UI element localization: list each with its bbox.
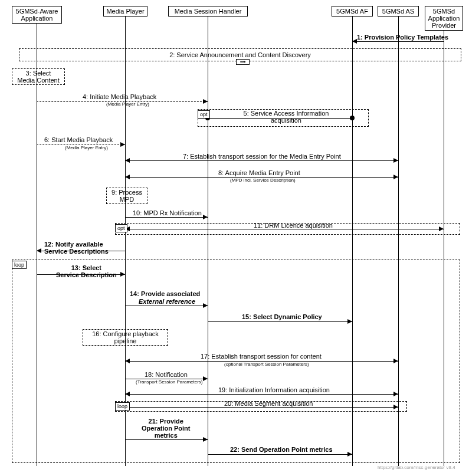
arrowhead-m1 — [352, 39, 357, 44]
opt-label-m11: opt — [115, 224, 127, 232]
arrowhead-m14 — [203, 303, 208, 308]
label-m2: 2: Service Announcement and Content Disc… — [169, 51, 311, 58]
arrowhead-m12 — [37, 248, 41, 253]
label-m1: 1: Provision Policy Templates — [357, 34, 448, 41]
label-m18: 18: Notification — [145, 371, 188, 378]
arrowhead-m19-l — [125, 392, 130, 396]
arrowhead-m6 — [120, 142, 125, 147]
participant-app: 5GMSd-Aware Application — [12, 6, 62, 24]
arrow-m11 — [125, 229, 444, 229]
arrowhead-m10 — [203, 215, 208, 219]
arrow-m10 — [125, 217, 208, 218]
arrowhead-m19-r — [393, 392, 398, 396]
label-m15: 15: Select Dynamic Policy — [242, 313, 322, 320]
label-m12: 12: Notify available Service Description… — [44, 241, 109, 255]
dot-m5-r — [350, 116, 355, 120]
arrow-m15 — [208, 321, 352, 322]
arrowhead-m7-l — [125, 158, 130, 163]
arrowhead-m8-l — [125, 175, 130, 179]
sublabel-m17: (optional Transport Session Parameters) — [224, 362, 309, 367]
arrowhead-m13 — [120, 272, 125, 277]
arrowhead-m17-r — [393, 359, 398, 363]
arrowhead-m17-l — [125, 359, 130, 363]
arrow-m19 — [125, 394, 398, 395]
label-m5: 5: Service Access Information acquisitio… — [233, 110, 339, 124]
box-m9: 9: Process MPD — [106, 188, 147, 204]
sublabel-m6: (Media Player Entry) — [65, 145, 108, 150]
arrowhead-m7-r — [393, 158, 398, 163]
label-m16: 16: Configure playback pipeline — [92, 330, 159, 344]
label-m3: 3: Select Media Content — [17, 70, 60, 84]
label-m8: 8: Acquire Media Entry Point — [218, 169, 300, 176]
arrow-m14 — [125, 306, 208, 306]
participant-app-provider-label: 5GMSd Application Provider — [428, 8, 460, 29]
opt-label-m5: opt — [198, 110, 210, 119]
arrow-m21 — [125, 439, 208, 440]
label-m4: 4: Initiate Media Playback — [83, 93, 156, 100]
arrowhead-m21 — [203, 437, 208, 442]
participant-as: 5GMSd AS — [378, 6, 419, 17]
arrowhead-m8-r — [393, 175, 398, 179]
participant-media-player: Media Player — [103, 6, 147, 17]
arrow-m1 — [352, 41, 444, 42]
label-m20: 20: Media Segment acquisition — [224, 400, 313, 407]
participant-media-player-label: Media Player — [106, 8, 144, 15]
arrow-m20 — [125, 407, 398, 408]
sublabel-m8: (MPD incl. Service Description) — [230, 178, 296, 183]
box-m16: 16: Configure playback pipeline — [83, 329, 168, 346]
arrowhead-m20-r — [393, 405, 398, 409]
participant-app-provider: 5GMSd Application Provider — [425, 6, 463, 31]
participant-msh: Media Session Handler — [168, 6, 248, 17]
label-m21: 21: Provide Operation Point metrics — [142, 418, 191, 439]
participant-as-label: 5GMSd AS — [382, 8, 414, 15]
sublabel-m4: (Media Player Entry) — [106, 101, 149, 107]
label-m14i: External reference — [139, 298, 195, 305]
sequence-diagram: 5GMSd-Aware Application Media Player Med… — [6, 6, 463, 470]
label-m7: 7: Establish transport session for the M… — [183, 153, 341, 160]
arrowhead-m4 — [203, 99, 208, 104]
ref-ellipsis-icon: ••• — [236, 59, 250, 65]
loop-label-m20: loop — [115, 402, 130, 411]
arrow-m22 — [208, 454, 352, 455]
label-m17: 17: Establish transport session for cont… — [201, 353, 322, 360]
arrow-m7 — [125, 160, 398, 161]
sublabel-m18: (Transport Session Parameters) — [136, 379, 203, 385]
label-m14: 14: Provide associated — [130, 290, 200, 297]
box-m3: 3: Select Media Content — [12, 68, 65, 85]
watermark: https://gitlab.com/msc-generator v8.4 — [378, 465, 455, 470]
arrowhead-m15 — [347, 319, 352, 324]
participant-msh-label: Media Session Handler — [175, 8, 242, 15]
arrowhead-m22 — [347, 452, 352, 457]
label-m19: 19: Initialization Information acquisiti… — [218, 386, 330, 393]
label-m9: 9: Process MPD — [111, 189, 142, 203]
label-m6: 6: Start Media Playback — [44, 136, 113, 143]
arrowhead-m18 — [203, 376, 208, 381]
label-m13: 13: Select Service Description — [56, 264, 117, 278]
label-m11: 11: DRM Licence aquisition — [254, 222, 333, 229]
arrowhead-m11-r — [439, 226, 444, 231]
participant-app-label: 5GMSd-Aware Application — [16, 8, 58, 22]
participant-af: 5GMSd AF — [332, 6, 373, 17]
loop-label: loop — [12, 261, 27, 269]
participant-af-label: 5GMSd AF — [336, 8, 368, 15]
label-m10: 10: MPD Rx Notification — [133, 209, 202, 216]
label-m22: 22: Send Operation Point metrics — [230, 446, 333, 453]
